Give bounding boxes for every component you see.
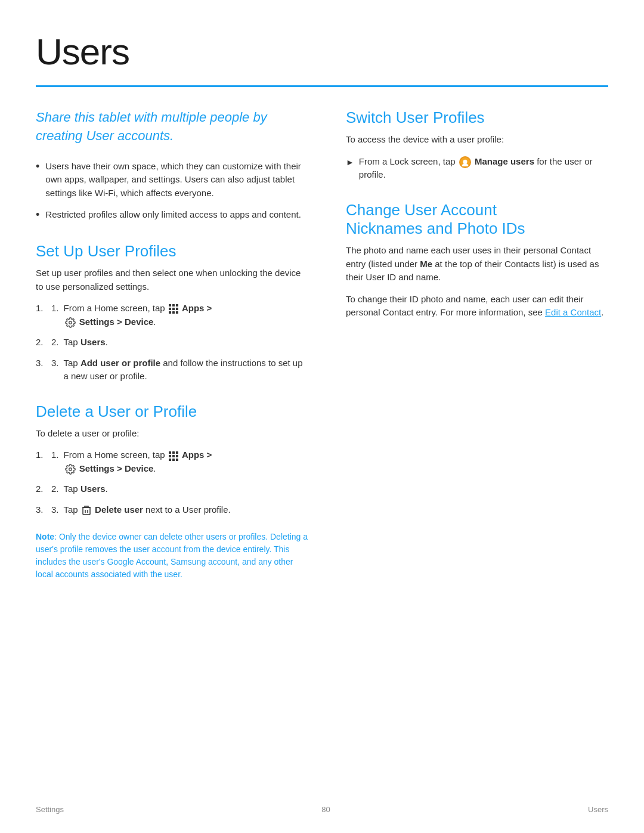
- bullet-list: Users have their own space, which they c…: [36, 160, 310, 224]
- apps-grid-icon: [169, 304, 178, 314]
- svg-point-1: [69, 468, 72, 471]
- delete-step-2-number: 2.: [51, 482, 59, 496]
- page-footer: Settings 80 Users: [0, 804, 644, 816]
- switch-arrow-item: ► From a Lock screen, tap Manage users f…: [346, 155, 608, 182]
- add-user-bold: Add user or profile: [80, 358, 160, 368]
- setup-heading: Set Up User Profiles: [36, 242, 310, 261]
- users-bold-2: Users: [80, 484, 106, 494]
- users-bold: Users: [80, 337, 106, 347]
- delete-para: To delete a user or profile:: [36, 427, 310, 441]
- change-para2: To change their ID photo and name, each …: [346, 293, 608, 320]
- col-left: Share this tablet with multiple people b…: [36, 109, 310, 581]
- switch-heading: Switch User Profiles: [346, 109, 608, 127]
- apps-label: Apps >: [182, 303, 212, 313]
- switch-arrow-list: ► From a Lock screen, tap Manage users f…: [346, 155, 608, 182]
- change-heading-line1: Change User Account: [346, 201, 497, 219]
- edit-contact-link[interactable]: Edit a Contact: [545, 307, 601, 317]
- step-1-number: 1.: [51, 302, 59, 315]
- setup-section: Set Up User Profiles Set up user profile…: [36, 242, 310, 383]
- delete-step-2: 2. Tap Users.: [36, 482, 310, 496]
- delete-user-bold: Delete user: [95, 504, 143, 515]
- list-item: Users have their own space, which they c…: [36, 160, 310, 200]
- content-area: Share this tablet with multiple people b…: [36, 109, 608, 581]
- settings-label: Settings > Device: [79, 317, 154, 327]
- change-section: Change User Account Nicknames and Photo …: [346, 201, 608, 320]
- intro-text: Share this tablet with multiple people b…: [36, 109, 310, 145]
- delete-step-1-number: 1.: [51, 448, 59, 462]
- footer-left: Settings: [36, 804, 64, 816]
- step-3-number: 3.: [51, 357, 59, 370]
- step-3: 3. Tap Add user or profile and follow th…: [36, 357, 310, 383]
- delete-step-2-content: Tap Users.: [64, 482, 108, 496]
- page-container: Users Share this tablet with multiple pe…: [0, 0, 644, 833]
- arrow-right-icon: ►: [346, 156, 354, 169]
- svg-point-0: [69, 321, 72, 324]
- note-text: Note: Only the device owner can delete o…: [36, 531, 310, 581]
- step-1: 1. From a Home screen, tap Apps > Settin…: [36, 302, 310, 329]
- delete-step-1: 1. From a Home screen, tap Apps > Settin…: [36, 448, 310, 475]
- switch-para: To access the device with a user profile…: [346, 133, 608, 147]
- change-heading: Change User Account Nicknames and Photo …: [346, 201, 608, 238]
- setup-para: Set up user profiles and then select one…: [36, 267, 310, 293]
- step-2: 2. Tap Users.: [36, 336, 310, 349]
- footer-right: Users: [588, 804, 608, 816]
- switch-item-text: From a Lock screen, tap Manage users for…: [359, 155, 608, 182]
- step-1-content: From a Home screen, tap Apps > Settings …: [64, 302, 212, 329]
- settings-icon: [65, 317, 76, 328]
- page-title: Users: [36, 24, 608, 79]
- list-item: Restricted profiles allow only limited a…: [36, 208, 310, 223]
- step-3-content: Tap Add user or profile and follow the i…: [64, 357, 310, 383]
- apps-label-2: Apps >: [182, 450, 212, 460]
- settings-icon-2: [65, 464, 76, 475]
- delete-heading: Delete a User or Profile: [36, 402, 310, 421]
- step-2-number: 2.: [51, 336, 59, 349]
- delete-step-3: 3. Tap Delete user next to a User profil…: [36, 503, 310, 517]
- settings-label-2: Settings > Device: [79, 463, 154, 473]
- delete-step-1-content: From a Home screen, tap Apps > Settings …: [64, 448, 212, 475]
- change-heading-line2: Nicknames and Photo IDs: [346, 219, 525, 237]
- title-divider: [36, 85, 608, 87]
- col-right: Switch User Profiles To access the devic…: [346, 109, 608, 581]
- trash-icon: [82, 505, 91, 516]
- delete-section: Delete a User or Profile To delete a use…: [36, 402, 310, 581]
- svg-rect-2: [83, 507, 90, 515]
- delete-step-3-content: Tap Delete user next to a User profile.: [64, 503, 231, 517]
- me-bold: Me: [420, 259, 432, 269]
- switch-section: Switch User Profiles To access the devic…: [346, 109, 608, 182]
- footer-center: 80: [321, 804, 330, 816]
- delete-step-3-number: 3.: [51, 503, 59, 517]
- step-2-content: Tap Users.: [64, 336, 108, 349]
- change-para2-after: .: [601, 307, 603, 317]
- setup-steps: 1. From a Home screen, tap Apps > Settin…: [36, 302, 310, 383]
- manage-users-bold: Manage users: [475, 156, 534, 166]
- manage-users-icon: [459, 156, 471, 168]
- apps-grid-icon-2: [169, 451, 178, 461]
- note-body: : Only the device owner can delete other…: [36, 532, 308, 579]
- change-para1: The photo and name each user uses in the…: [346, 244, 608, 284]
- delete-steps: 1. From a Home screen, tap Apps > Settin…: [36, 448, 310, 516]
- note-label: Note: [36, 532, 54, 541]
